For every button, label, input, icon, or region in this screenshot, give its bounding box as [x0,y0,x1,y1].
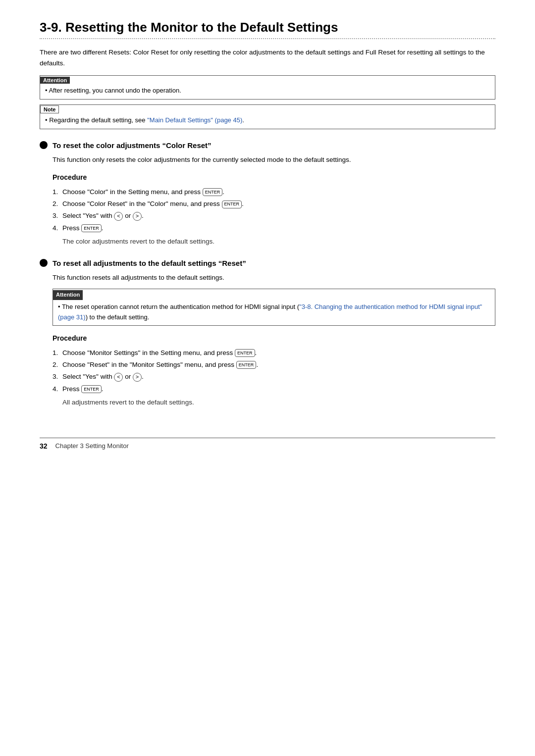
section2-steps: 1. Choose "Monitor Settings" in the Sett… [53,347,495,395]
default-settings-link[interactable]: "Main Default Settings" (page 45) [147,116,242,124]
section1-heading-text: To reset the color adjustments “Color Re… [53,141,212,150]
section1-steps: 1. Choose "Color" in the Setting menu, a… [53,186,495,234]
section1-result: The color adjustments revert to the defa… [62,236,495,247]
enter-btn-4: ENTER [235,349,255,357]
section2-body: This function resets all adjustments to … [53,272,495,408]
section2-step-1: 1. Choose "Monitor Settings" in the Sett… [53,347,495,359]
section1-heading: To reset the color adjustments “Color Re… [40,141,495,150]
attention-content-2: • The reset operation cannot return the … [53,300,495,326]
intro-text: There are two different Resets: Color Re… [40,47,495,68]
enter-btn-2: ENTER [222,201,242,208]
attention-label-2: Attention [53,290,83,300]
footer-page-num: 32 [40,442,48,450]
section2-step-4: 4. Press ENTER. [53,383,495,395]
section1-step-2: 2. Choose "Color Reset" in the "Color" m… [53,198,495,210]
section2-step-2: 2. Choose "Reset" in the "Monitor Settin… [53,359,495,371]
note-label-1: Note [40,105,59,113]
enter-btn-3: ENTER [81,224,102,232]
hdmi-link[interactable]: "3-8. Changing the authentication method… [58,303,482,321]
attention-box-2: Attention • The reset operation cannot r… [53,289,495,326]
section2-result: All adjustments revert to the default se… [62,397,495,408]
attention-content-1: • After resetting, you cannot undo the o… [40,84,495,99]
enter-btn-6: ENTER [81,385,102,393]
footer: 32 Chapter 3 Setting Monitor [40,438,495,450]
arrow-left-btn-1: < [114,212,123,221]
section2-step-3: 3. Select "Yes" with < or >. [53,371,495,383]
note-content-1: • Regarding the default setting, see "Ma… [40,113,495,129]
section2-heading: To reset all adjustments to the default … [40,259,495,267]
page-title: 3-9. Resetting the Monitor to the Defaul… [40,20,495,39]
arrow-right-btn-2: > [133,373,142,382]
section1-step-3: 3. Select "Yes" with < or >. [53,210,495,222]
section1-body: This function only resets the color adju… [53,154,495,247]
section1-step-1: 1. Choose "Color" in the Setting menu, a… [53,186,495,198]
note-box-1: Note • Regarding the default setting, se… [40,104,495,129]
bullet-circle-1 [40,141,48,149]
section1-procedure-label: Procedure [53,172,495,183]
section2-procedure-label: Procedure [53,333,495,344]
bullet-circle-2 [40,259,48,267]
enter-btn-1: ENTER [203,188,223,196]
arrow-right-btn-1: > [133,212,142,221]
section1-intro: This function only resets the color adju… [53,154,495,165]
arrow-left-btn-2: < [114,373,123,382]
section2-heading-text: To reset all adjustments to the default … [53,259,246,267]
attention-label-1: Attention [40,77,70,84]
section1-step-4: 4. Press ENTER. [53,222,495,234]
enter-btn-5: ENTER [236,361,257,369]
attention-box-1: Attention • After resetting, you cannot … [40,75,495,100]
footer-chapter: Chapter 3 Setting Monitor [55,442,129,450]
section2-intro: This function resets all adjustments to … [53,272,495,283]
